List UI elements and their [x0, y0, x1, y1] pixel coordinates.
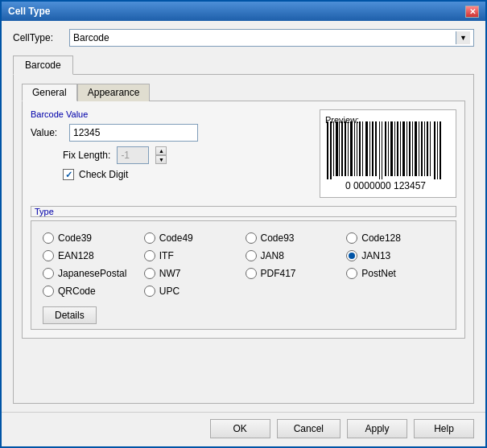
- label-qrcode: QRCode: [58, 286, 96, 297]
- dialog-footer: OK Cancel Apply Help: [2, 412, 485, 446]
- label-code128: Code128: [361, 232, 401, 244]
- svg-rect-21: [390, 121, 393, 176]
- inner-tab-general[interactable]: General: [22, 84, 77, 101]
- barcode-value-input[interactable]: [69, 124, 198, 142]
- radio-jan13[interactable]: [346, 250, 357, 261]
- radio-postnet[interactable]: [346, 268, 357, 279]
- value-label: Value:: [31, 127, 63, 138]
- svg-rect-8: [350, 121, 353, 176]
- svg-rect-2: [333, 121, 334, 176]
- radio-japanesepostal[interactable]: [43, 268, 54, 279]
- radio-item-postnet: PostNet: [346, 268, 444, 279]
- svg-rect-9: [354, 121, 355, 176]
- svg-text:0 0000000 123457: 0 0000000 123457: [345, 180, 426, 191]
- svg-rect-16: [375, 121, 377, 176]
- barcode-svg: 0 0000000 123457: [325, 118, 446, 191]
- svg-rect-20: [388, 121, 389, 176]
- svg-rect-17: [379, 121, 380, 179]
- svg-rect-23: [397, 121, 398, 176]
- radio-code39[interactable]: [43, 232, 54, 244]
- svg-rect-22: [394, 121, 395, 176]
- svg-rect-29: [415, 121, 417, 176]
- label-nw7: NW7: [159, 268, 181, 279]
- svg-rect-12: [362, 121, 363, 176]
- fix-length-input[interactable]: [117, 146, 149, 164]
- svg-rect-26: [407, 121, 407, 176]
- svg-rect-13: [365, 121, 368, 176]
- spin-up-button[interactable]: ▲: [155, 146, 167, 155]
- radio-code93[interactable]: [246, 232, 257, 244]
- label-itf: ITF: [159, 250, 174, 261]
- top-section: Barcode Value Value: Fix Length: ▲ ▼: [31, 109, 456, 198]
- svg-rect-7: [348, 121, 349, 176]
- svg-rect-5: [341, 121, 343, 176]
- label-upc: UPC: [159, 286, 180, 297]
- label-ean128: EAN128: [58, 250, 94, 261]
- radio-item-code93: Code93: [246, 232, 344, 244]
- radio-item-code39: Code39: [43, 232, 141, 244]
- outer-tab-bar: Barcode: [13, 55, 474, 74]
- preview-section: Preview:: [320, 109, 456, 198]
- fix-length-label: Fix Length:: [63, 150, 110, 161]
- radio-itf[interactable]: [144, 250, 155, 261]
- svg-rect-37: [440, 121, 441, 179]
- svg-rect-25: [402, 121, 405, 176]
- cell-type-label: CellType:: [13, 32, 61, 43]
- radio-jan8[interactable]: [246, 250, 257, 261]
- svg-rect-27: [409, 121, 411, 176]
- radio-upc[interactable]: [144, 286, 155, 297]
- title-bar: Cell Type ✕: [2, 2, 485, 21]
- cell-type-dialog: Cell Type ✕ CellType: Barcode ▼ Barcode …: [0, 0, 487, 448]
- radio-item-nw7: NW7: [144, 268, 242, 279]
- label-pdf417: PDF417: [261, 268, 296, 279]
- inner-tab-bar: General Appearance: [22, 83, 465, 101]
- radio-item-code128: Code128: [346, 232, 444, 244]
- svg-rect-6: [345, 121, 346, 176]
- label-jan8: JAN8: [261, 250, 284, 261]
- svg-rect-3: [336, 121, 338, 176]
- details-button[interactable]: Details: [43, 306, 97, 324]
- cell-type-row: CellType: Barcode ▼: [13, 29, 474, 47]
- combo-dropdown-arrow[interactable]: ▼: [456, 31, 470, 44]
- radio-item-japanesepostal: JapanesePostal: [43, 268, 141, 279]
- barcode-value-label: Barcode Value: [31, 109, 312, 119]
- radio-item-jan13: JAN13: [346, 250, 444, 261]
- help-button[interactable]: Help: [414, 419, 474, 438]
- radio-qrcode[interactable]: [43, 286, 54, 297]
- cell-type-combo[interactable]: Barcode ▼: [69, 29, 474, 47]
- radio-code128[interactable]: [346, 232, 357, 244]
- check-digit-checkbox[interactable]: [63, 169, 74, 180]
- svg-rect-34: [430, 121, 431, 176]
- label-jan13: JAN13: [361, 250, 390, 261]
- apply-button[interactable]: Apply: [347, 419, 407, 438]
- label-postnet: PostNet: [361, 268, 396, 279]
- svg-rect-4: [339, 121, 340, 176]
- svg-rect-36: [437, 121, 438, 179]
- radio-pdf417[interactable]: [246, 268, 257, 279]
- radio-ean128[interactable]: [43, 250, 54, 261]
- cancel-button[interactable]: Cancel: [277, 419, 340, 438]
- inner-tab-appearance[interactable]: Appearance: [77, 84, 151, 101]
- close-button[interactable]: ✕: [465, 6, 479, 18]
- tab-barcode[interactable]: Barcode: [13, 55, 73, 75]
- radio-item-jan8: JAN8: [246, 250, 344, 261]
- barcode-image: 0 0000000 123457: [325, 128, 446, 192]
- svg-rect-32: [424, 121, 425, 176]
- radio-item-ean128: EAN128: [43, 250, 141, 261]
- radio-code49[interactable]: [144, 232, 155, 244]
- title-bar-buttons: ✕: [465, 6, 479, 18]
- value-row: Value:: [31, 124, 312, 142]
- spin-down-button[interactable]: ▼: [155, 155, 167, 164]
- label-code93: Code93: [261, 232, 295, 244]
- radio-nw7[interactable]: [144, 268, 155, 279]
- radio-item-code49: Code49: [144, 232, 242, 244]
- dialog-title: Cell Type: [8, 6, 50, 17]
- svg-rect-31: [421, 121, 423, 176]
- check-digit-row: Check Digit: [31, 169, 312, 180]
- svg-rect-28: [412, 121, 413, 176]
- svg-rect-10: [357, 121, 357, 176]
- check-digit-label: Check Digit: [79, 169, 128, 180]
- svg-rect-30: [419, 121, 419, 176]
- cell-type-value: Barcode: [73, 32, 109, 43]
- ok-button[interactable]: OK: [210, 419, 270, 438]
